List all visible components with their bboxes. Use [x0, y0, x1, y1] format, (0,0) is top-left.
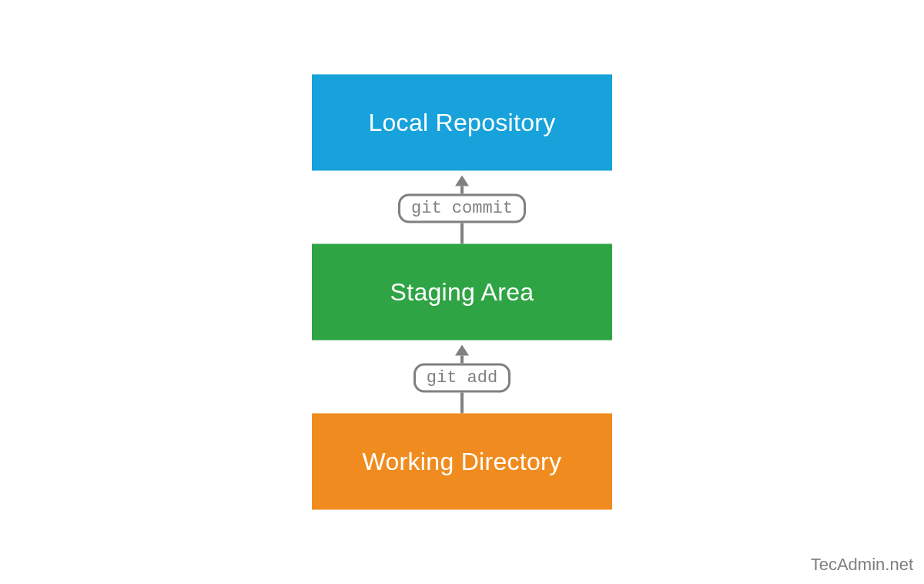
git-commit-label: git commit [398, 194, 526, 223]
arrow-up-icon [455, 176, 469, 186]
local-repository-box: Local Repository [312, 75, 612, 171]
git-add-label: git add [413, 364, 511, 393]
attribution-text: TecAdmin.net [811, 555, 913, 575]
staging-area-box: Staging Area [312, 244, 612, 341]
arrow-stem [460, 186, 464, 194]
add-arrow: git add [413, 341, 511, 414]
git-stage-diagram: Local Repository git commit Staging Area… [312, 75, 612, 510]
commit-arrow: git commit [398, 171, 526, 244]
arrow-stem [460, 223, 464, 244]
arrow-stem [460, 393, 464, 414]
working-directory-box: Working Directory [312, 414, 612, 510]
arrow-stem [460, 356, 464, 364]
arrow-up-icon [455, 345, 469, 356]
